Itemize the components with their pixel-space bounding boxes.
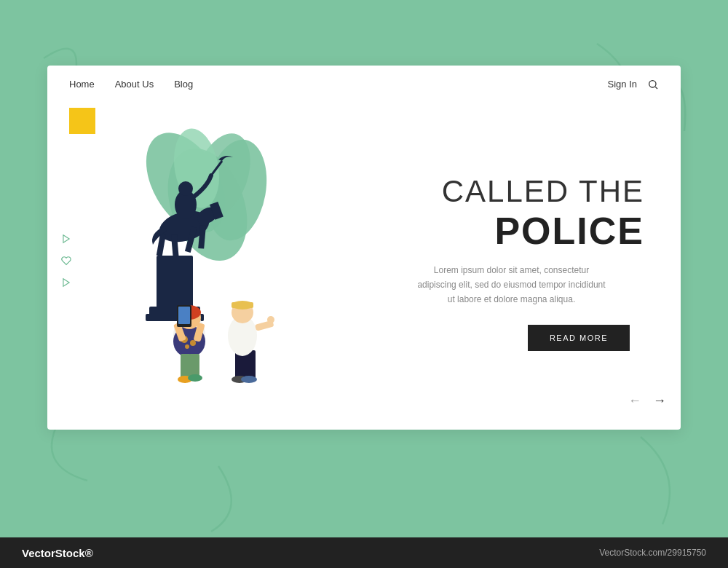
svg-point-46 <box>267 316 274 323</box>
svg-point-0 <box>649 80 656 87</box>
svg-line-21 <box>211 161 222 175</box>
svg-line-1 <box>655 87 657 89</box>
read-more-button[interactable]: READ MORE <box>528 325 630 351</box>
vectorstock-url: VectorStock.com/29915750 <box>599 548 706 558</box>
content-area: CALLED THE POLICE Lorem ipsum dolor sit … <box>47 103 681 423</box>
main-card: Home About Us Blog Sign In <box>47 66 681 430</box>
svg-rect-27 <box>181 354 191 379</box>
svg-rect-44 <box>232 302 253 308</box>
nav-right: Sign In <box>608 79 659 90</box>
vectorstock-logo: VectorStock® <box>22 547 93 559</box>
svg-point-40 <box>241 376 257 383</box>
illustration-area <box>47 103 364 423</box>
next-arrow[interactable]: → <box>653 393 666 409</box>
svg-point-20 <box>178 181 193 196</box>
body-text: Lorem ipsum dolor sit amet, consectetur … <box>417 263 606 307</box>
nav-about-us[interactable]: About Us <box>115 79 154 90</box>
headline-line2: POLICE <box>494 210 644 252</box>
search-icon[interactable] <box>647 79 659 90</box>
svg-rect-36 <box>178 307 190 324</box>
nav-arrows: ← → <box>628 393 666 409</box>
bottom-bar: VectorStock® VectorStock.com/29915750 <box>0 537 728 568</box>
scene-illustration <box>76 110 309 394</box>
nav-links: Home About Us Blog <box>69 79 193 90</box>
navigation: Home About Us Blog Sign In <box>47 66 681 103</box>
text-area: CALLED THE POLICE Lorem ipsum dolor sit … <box>364 103 681 423</box>
prev-arrow[interactable]: ← <box>628 393 641 409</box>
headline-line1: CALLED THE <box>442 174 644 208</box>
svg-point-25 <box>190 340 196 346</box>
sign-in-link[interactable]: Sign In <box>608 79 637 90</box>
svg-point-30 <box>188 374 202 382</box>
nav-blog[interactable]: Blog <box>174 79 193 90</box>
svg-point-26 <box>185 344 189 349</box>
nav-home[interactable]: Home <box>69 79 95 90</box>
